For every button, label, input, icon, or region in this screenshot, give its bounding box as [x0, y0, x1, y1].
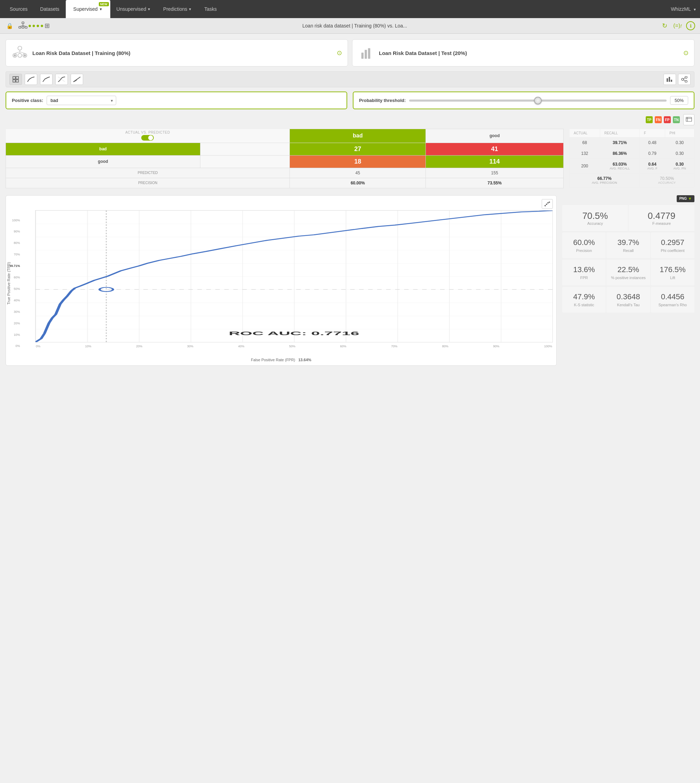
- lift-label-m: Lift: [655, 275, 690, 280]
- accuracy-label: Accuracy: [567, 221, 624, 225]
- col-header-bad: bad: [290, 129, 426, 143]
- phi-header: Phi: [665, 129, 695, 137]
- nav-datasets[interactable]: Datasets: [34, 0, 65, 18]
- training-dataset-arrow[interactable]: ⊙: [337, 49, 342, 57]
- info-icon[interactable]: ℹ: [686, 21, 695, 30]
- roc-scatter-btn[interactable]: [542, 199, 553, 209]
- cell-bad-good: 41: [426, 143, 563, 155]
- roc-x-ticks: 0%10%20%30%40%50%60%70%80%90%100%: [35, 344, 553, 348]
- nav-supervised[interactable]: Supervised NEW ▼: [66, 0, 110, 18]
- new-badge: NEW: [99, 2, 109, 6]
- tn-box: TN: [673, 116, 680, 123]
- metric-fpr: 13.6% FPR: [562, 260, 606, 285]
- svg-rect-2: [22, 27, 24, 28]
- positive-class-select-wrapper: bad good: [47, 96, 116, 105]
- chart-tool-curve4[interactable]: [71, 74, 83, 85]
- grid-icon-toolbar: ⊞: [45, 22, 50, 30]
- formula-icon[interactable]: (=)ƒ: [673, 21, 683, 31]
- roc-x-label: False Positive Rate (FPR) 13.64%: [9, 358, 553, 362]
- controls-row: Positive class: bad good Probability thr…: [5, 92, 695, 109]
- metrics-row-1: 70.5% Accuracy 0.4779 F-measure: [562, 205, 695, 231]
- legend-fp: FP: [664, 116, 671, 123]
- metric-accuracy: 70.5% Accuracy: [562, 205, 628, 231]
- metric-kendall: 0.3648 Kendall's Tau: [607, 287, 650, 312]
- dots-icon: ●●●●: [31, 21, 41, 31]
- nav-whizzml[interactable]: WhizzML ▼: [671, 6, 697, 12]
- legend-export-btn[interactable]: [683, 114, 695, 125]
- refresh-icon[interactable]: ↻: [660, 21, 669, 31]
- nav-tasks[interactable]: Tasks: [198, 0, 223, 18]
- probability-threshold-slider[interactable]: [409, 100, 667, 102]
- probability-threshold-label: Probability threshold:: [359, 98, 406, 103]
- metrics-container: PNG ▼ 70.5% Accuracy 0.4779 F-measure 60…: [562, 195, 695, 366]
- svg-rect-26: [667, 78, 668, 82]
- metrics-row-3: 13.6% FPR 22.5% % positive instances 176…: [562, 260, 695, 285]
- recall-good: 86.36%: [600, 148, 640, 159]
- chart-tool-share[interactable]: [678, 74, 691, 85]
- precision-good: 73.55%: [426, 178, 563, 188]
- metrics-png-header: PNG ▼: [562, 195, 695, 202]
- recall-value: 39.7%: [611, 238, 646, 247]
- predicted-label: PREDICTED: [6, 168, 290, 178]
- svg-rect-41: [35, 210, 552, 342]
- svg-point-31: [685, 80, 687, 82]
- main-content: Loan Risk Data Dataset | Training (80%) …: [0, 34, 700, 371]
- precision-label-m: Precision: [567, 249, 602, 253]
- f-header: F: [640, 129, 665, 137]
- metric-precision: 60.0% Precision: [562, 232, 606, 258]
- cell-good-good: 114: [426, 155, 563, 168]
- tp-box: TP: [646, 116, 653, 123]
- f-good: 0.79: [640, 148, 665, 159]
- chart-tool-curve1[interactable]: [25, 74, 37, 85]
- positive-instances-value: 22.5%: [611, 265, 646, 274]
- actual-header: ACTUAL: [570, 129, 600, 137]
- positive-class-select[interactable]: bad good: [47, 96, 116, 105]
- toolbar: 🔒 ●●●● ⊞ Loan risk data dataset | Traini…: [0, 18, 700, 34]
- svg-point-17: [24, 54, 26, 57]
- svg-rect-34: [686, 117, 692, 122]
- nav-unsupervised[interactable]: Unsupervised ▼: [110, 0, 157, 18]
- toggle-switch[interactable]: [9, 135, 287, 141]
- roc-svg: ROC AUC: 0.7716: [35, 210, 553, 342]
- chart-tool-curve2[interactable]: [40, 74, 53, 85]
- chart-tool-grid[interactable]: [9, 74, 22, 85]
- svg-text:ROC AUC: 0.7716: ROC AUC: 0.7716: [228, 331, 359, 336]
- metrics-row-4: 47.9% K-S statistic 0.3648 Kendall's Tau…: [562, 287, 695, 312]
- slider-container: 50%: [409, 96, 688, 105]
- chart-tool-curve3[interactable]: [55, 74, 68, 85]
- svg-rect-22: [16, 77, 18, 79]
- nav-sources[interactable]: Sources: [3, 0, 34, 18]
- accuracy-value: 70.5%: [567, 210, 624, 221]
- png-download-btn[interactable]: PNG ▼: [677, 195, 695, 202]
- fmeasure-value: 0.4779: [633, 210, 690, 221]
- roc-y-ticks: 100%90%80%70% 39.71% 60%50%40%30%20%10%0…: [9, 217, 20, 349]
- roc-y-label: True Positive Rate (TPR): [7, 262, 11, 304]
- svg-point-8: [18, 46, 22, 50]
- svg-line-33: [683, 80, 685, 81]
- unsupervised-arrow: ▼: [147, 7, 151, 11]
- dataset-row: Loan Risk Data Dataset | Training (80%) …: [5, 39, 695, 67]
- lock-icon[interactable]: 🔒: [5, 21, 15, 31]
- tree-icon[interactable]: [18, 21, 28, 31]
- svg-rect-0: [22, 22, 24, 24]
- svg-point-29: [682, 78, 683, 80]
- svg-line-13: [15, 52, 20, 53]
- svg-point-38: [546, 204, 547, 205]
- test-dataset-label: Loan Risk Data Dataset | Test (20%): [379, 50, 467, 56]
- legend-tp: TP: [646, 116, 653, 123]
- avg-precision-cell: 66.77% AVG. PRECISION: [570, 173, 640, 187]
- positive-instances-label: % positive instances: [611, 275, 646, 280]
- fmeasure-label: F-measure: [633, 221, 690, 225]
- svg-point-40: [549, 202, 550, 203]
- svg-rect-3: [25, 27, 27, 28]
- svg-line-32: [683, 78, 685, 79]
- nav-predictions[interactable]: Predictions ▼: [157, 0, 198, 18]
- phi-value: 0.2957: [655, 238, 690, 247]
- f-bad: 0.48: [640, 137, 665, 148]
- precision-value: 60.0%: [567, 238, 602, 247]
- dataset-card-training: Loan Risk Data Dataset | Training (80%) …: [5, 39, 348, 67]
- matrix-section: ACTUAL VS. PREDICTED bad good bad 27: [5, 129, 695, 188]
- kendall-value: 0.3648: [611, 292, 646, 301]
- test-dataset-arrow[interactable]: ⊙: [683, 49, 688, 57]
- chart-tool-barchart[interactable]: [663, 74, 676, 85]
